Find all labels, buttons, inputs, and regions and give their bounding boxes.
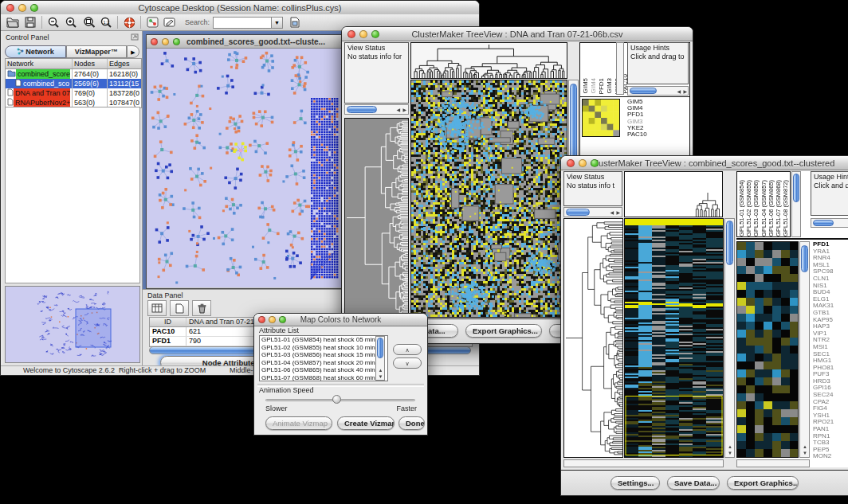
global-hscrollbar[interactable]	[563, 459, 724, 467]
array-dendrogram[interactable]	[410, 42, 567, 79]
tab-vizmapper[interactable]: VizMapper™	[66, 45, 128, 58]
close-button[interactable]	[347, 30, 355, 38]
attribute-item[interactable]: GPL51-02 (GSM855) heat shock 10 min	[260, 344, 387, 352]
close-button[interactable]	[258, 316, 265, 323]
network-name: combined_scores	[16, 69, 70, 79]
attribute-item[interactable]: GPL51-03 (GSM856) heat shock 15 min	[260, 351, 387, 359]
treeview-titlebar[interactable]: ClusterMaker TreeView : DNA and Tran 07-…	[342, 27, 693, 41]
tab-network[interactable]: Network	[5, 45, 66, 58]
array-dendrogram[interactable]	[624, 171, 723, 217]
zoom-vscrollbar[interactable]: ▲▼	[799, 241, 810, 458]
gene-name-list[interactable]: PFD1YRA1RNR4MSL1SPC98CLN1NIS1BUD4ELG1MAK…	[813, 241, 848, 458]
attribute-list[interactable]: GPL51-01 (GSM854) heat shock 05 minGPL51…	[259, 335, 388, 381]
status-hscrollbar[interactable]: ◀▶	[344, 104, 409, 115]
save-session-button[interactable]	[22, 15, 39, 29]
open-session-button[interactable]	[4, 15, 22, 29]
create-vizmap-button[interactable]: Create Vizmap	[337, 416, 395, 430]
export-graphics-button[interactable]: Export Graphics...	[465, 324, 542, 338]
zoom-button[interactable]	[173, 38, 180, 45]
status-hscrollbar[interactable]: ◀▶	[563, 207, 622, 217]
save-data-button[interactable]: Save Data...	[667, 476, 720, 490]
network-overview-canvas[interactable]	[6, 287, 139, 362]
network-view-titlebar[interactable]: combined_scores_good.txt--cluste...	[147, 35, 343, 49]
usage-hscrollbar[interactable]	[811, 218, 848, 228]
node-count: 2569(6)	[73, 79, 108, 88]
animation-speed-label: Animation Speed	[259, 386, 314, 394]
float-panel-icon[interactable]	[131, 33, 139, 42]
zoom-selected-icon[interactable]	[80, 15, 97, 29]
network-table-header[interactable]: Network Nodes Edges	[6, 59, 141, 69]
slower-label: Slower	[265, 404, 288, 412]
search-dropdown-arrow[interactable]: ▼	[272, 17, 283, 29]
close-button[interactable]	[151, 38, 158, 45]
zoom-matrix[interactable]	[582, 99, 620, 137]
export-graphics-button[interactable]: Export Graphics...	[727, 476, 799, 490]
zoom-hscrollbar[interactable]	[736, 459, 810, 467]
desktop: { "cytoscape": { "title": "Cytoscape Des…	[0, 0, 848, 504]
network-table-row[interactable]: combined_scores2764(0)16218(0)	[6, 69, 141, 79]
status-welcome: Welcome to Cytoscape 2.6.2	[23, 366, 115, 375]
slider-thumb[interactable]	[332, 395, 341, 404]
network-canvas[interactable]	[147, 49, 341, 287]
attribute-list-vscrollbar[interactable]: ▲▼	[375, 336, 385, 381]
attribute-item[interactable]: GPL51-07 (GSM868) heat shock 60 min	[260, 374, 387, 381]
network-table-row[interactable]: DNA and Tran 07769(0)183728(0)	[6, 88, 141, 98]
tab-overflow-arrow[interactable]: ▶	[127, 45, 139, 58]
attribute-item[interactable]: GPL51-04 (GSM857) heat shock 20 min	[260, 359, 387, 367]
minimize-button[interactable]	[269, 316, 276, 323]
import-table-icon[interactable]	[286, 15, 304, 29]
column-label: GPL51-06 (GSM865)	[768, 180, 775, 236]
column-label: GPL51-04 (GSM857)	[760, 180, 768, 236]
treeview-title: ClusterMaker TreeView : DNA and Tran 07-…	[342, 29, 693, 39]
usage-hscrollbar[interactable]: ◀▶	[627, 86, 689, 96]
row-label: PAC10	[627, 131, 647, 138]
search-input[interactable]: ▼	[213, 17, 283, 29]
zoom-heatmap[interactable]	[736, 241, 799, 458]
column-label: GIM5	[582, 78, 589, 94]
animate-vizmap-button[interactable]: Animate Vizmap	[265, 416, 332, 430]
heatmap-vscrollbar[interactable]: ▲▼	[724, 218, 735, 458]
zoom-labels-vscrollbar[interactable]	[791, 171, 801, 237]
vizmapper-icon[interactable]	[143, 15, 161, 29]
minimize-button[interactable]	[162, 38, 169, 45]
zoom-labels-vscrollbar[interactable]	[616, 42, 624, 95]
zoom-button[interactable]	[371, 30, 379, 38]
network-overview-panel[interactable]	[5, 286, 140, 363]
delete-attribute-trash-icon[interactable]	[192, 300, 211, 316]
minimize-button[interactable]	[359, 30, 367, 38]
gene-label[interactable]: MON2	[813, 453, 848, 458]
global-heatmap[interactable]	[624, 218, 724, 458]
move-down-button[interactable]: ∨	[393, 357, 422, 369]
zoom-fit-icon[interactable]: 1:1	[97, 15, 115, 29]
node-count: 769(0)	[73, 88, 108, 98]
select-attributes-icon[interactable]	[147, 300, 167, 316]
network-table-row[interactable]: combined_sco2569(6)13112(15)	[6, 79, 141, 88]
settings-button[interactable]: Settings...	[610, 476, 660, 490]
column-label: GPL51-08 (GSM872)	[782, 180, 789, 236]
done-button[interactable]: Done	[398, 416, 425, 430]
help-lifering-icon[interactable]	[120, 15, 138, 29]
zoom-button[interactable]	[30, 4, 38, 12]
move-up-button[interactable]: ∧	[393, 344, 422, 355]
zoom-button[interactable]	[279, 316, 286, 323]
node-count: 2764(0)	[73, 69, 108, 79]
gene-dendrogram[interactable]	[563, 218, 623, 458]
treeview-titlebar[interactable]: ClusterMaker TreeView : combined_scores_…	[561, 156, 848, 170]
zoom-button[interactable]	[591, 159, 599, 167]
global-heatmap[interactable]	[410, 80, 567, 318]
close-button[interactable]	[6, 4, 14, 12]
zoom-column-labels-panel: GPL51-01 (GSM854)GPL51-02 (GSM855)GPL51-…	[736, 171, 791, 237]
attribute-item[interactable]: GPL51-01 (GSM854) heat shock 05 min	[260, 336, 387, 344]
network-view-window[interactable]: combined_scores_good.txt--cluste...	[146, 34, 344, 289]
annotation-icon[interactable]	[161, 15, 179, 29]
minimize-button[interactable]	[18, 4, 26, 12]
new-attribute-icon[interactable]	[170, 300, 189, 316]
cytoscape-titlebar[interactable]: Cytoscape Desktop (Session Name: collins…	[1, 1, 479, 15]
gene-dendrogram[interactable]	[344, 118, 409, 318]
minimize-button[interactable]	[579, 159, 587, 167]
dialog-titlebar[interactable]: Map Colors to Network	[254, 314, 427, 326]
attribute-item[interactable]: GPL51-06 (GSM865) heat shock 40 min	[260, 366, 387, 374]
zoom-out-icon[interactable]	[45, 15, 62, 29]
close-button[interactable]	[567, 159, 575, 167]
zoom-in-icon[interactable]	[62, 15, 80, 29]
